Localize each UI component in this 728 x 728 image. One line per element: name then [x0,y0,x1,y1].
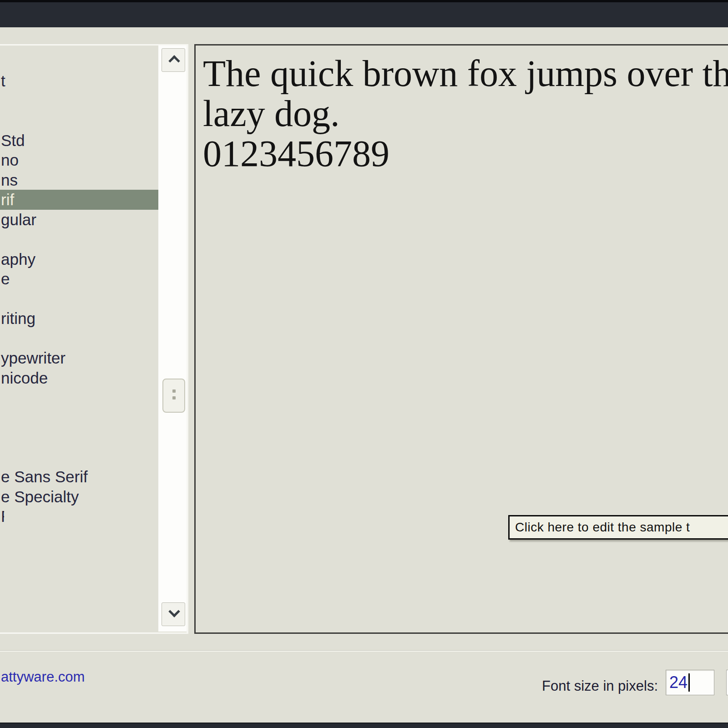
tooltip-text: Click here to edit the sample t [515,520,690,534]
bottom-strip [0,723,728,728]
font-list-item[interactable]: e [0,269,160,289]
font-list-scrollbar[interactable] [158,46,187,632]
font-list-item[interactable] [0,329,160,349]
scrollbar-thumb[interactable] [162,379,185,413]
font-list-item[interactable]: riting [0,308,160,329]
font-list-item[interactable] [0,229,160,249]
chevron-up-icon [168,55,180,66]
font-list[interactable]: t Std no ns rif gular aphy e riting ypew… [0,46,160,632]
text-cursor [688,673,690,692]
sample-text-area[interactable]: The quick brown fox jumps over the lazy … [194,44,728,634]
chevron-down-icon [168,606,180,617]
font-list-item[interactable]: e Sans Serif [0,467,160,487]
font-list-item[interactable] [0,388,160,408]
font-list-item[interactable] [0,91,160,111]
font-list-item[interactable] [0,289,160,309]
sample-line: 0123456789 [203,134,728,174]
tooltip: Click here to edit the sample t [508,515,728,540]
font-list-item[interactable]: gular [0,210,160,230]
font-list-item[interactable]: t [0,71,160,91]
font-size-value: 24 [669,673,688,692]
font-list-item-selected[interactable]: rif [0,190,160,210]
font-size-input[interactable]: 24 [666,670,714,695]
font-list-item[interactable]: ypewriter [0,348,160,368]
font-list-item[interactable]: no [0,150,160,170]
sample-line: lazy dog. [203,94,728,134]
grip-dots-icon [172,389,176,393]
sample-text: The quick brown fox jumps over the lazy … [196,46,728,174]
scrollbar-up-button[interactable] [162,48,185,72]
font-list-item[interactable] [0,408,160,428]
title-bar [0,0,728,27]
scrollbar-down-button[interactable] [162,602,185,626]
grip-dots-icon [172,396,176,399]
font-list-item[interactable] [0,111,160,131]
sample-line: The quick brown fox jumps over the [203,54,728,94]
font-list-item[interactable]: Std [0,131,160,151]
font-list-item[interactable]: e Specialty [0,487,160,507]
font-list-item[interactable] [0,427,160,447]
font-list-item[interactable]: aphy [0,249,160,269]
font-size-label: Font size in pixels: [500,678,658,694]
attyware-link[interactable]: attyware.com [1,669,85,685]
font-list-item[interactable]: nicode [0,368,160,388]
clipped-edge-control[interactable] [726,670,728,695]
font-list-item[interactable]: F [0,506,160,526]
footer-divider [0,650,728,652]
font-list-item[interactable] [0,447,160,467]
font-list-item[interactable]: ns [0,170,160,190]
